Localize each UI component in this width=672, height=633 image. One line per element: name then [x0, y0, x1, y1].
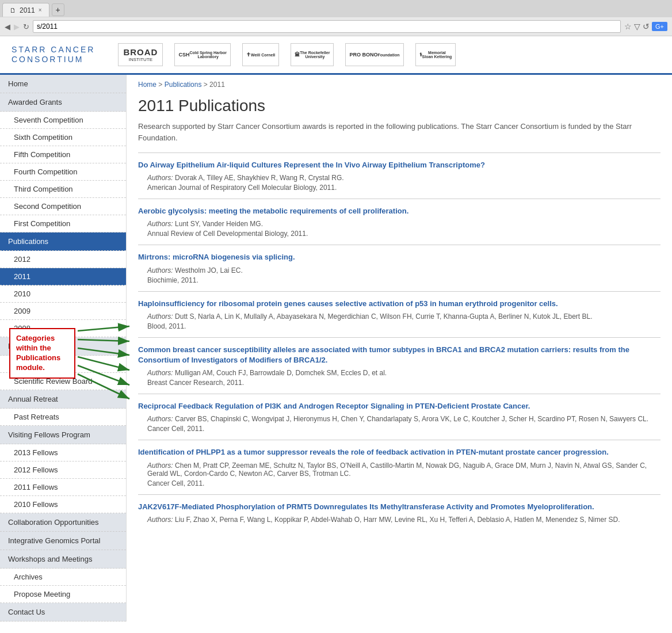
sidebar-item-pub-2012[interactable]: 2012: [0, 251, 126, 268]
pro-bono-logo: PRO BONOFoundation: [345, 43, 403, 66]
breadcrumb-current: 2011: [209, 81, 225, 89]
tab-close-button[interactable]: ×: [39, 7, 42, 13]
pub-title-5[interactable]: Reciprocal Feedback Regulation of PI3K a…: [138, 401, 660, 411]
publication-entry: Reciprocal Feedback Regulation of PI3K a…: [138, 394, 660, 440]
page-layout: Home Awarded Grants Seventh Competition …: [0, 75, 672, 621]
page-description: Research supported by Starr Cancer Conso…: [138, 121, 660, 143]
pub-title-2[interactable]: Mirtrons: microRNA biogenesis via splici…: [138, 252, 660, 262]
sidebar-item-workshops[interactable]: Workshops and Meetings: [0, 550, 126, 569]
back-button[interactable]: ◀: [5, 22, 10, 31]
publication-entry: JAK2V617F-Mediated Phosphorylation of PR…: [138, 494, 660, 532]
pub-authors-0: Authors: Dvorak A, Tilley AE, Shaykhiev …: [138, 174, 660, 182]
broad-logo: BROAD INSTITUTE: [118, 43, 163, 66]
page-title: 2011 Publications: [138, 97, 660, 115]
rockefeller-logo: 🏛The RockefellerUniversity: [291, 43, 334, 66]
breadcrumb-publications[interactable]: Publications: [165, 81, 202, 89]
pub-authors-6: Authors: Chen M, Pratt CP, Zeeman ME, Sc…: [138, 462, 660, 478]
sidebar-item-2010-fellows[interactable]: 2010 Fellows: [0, 496, 126, 513]
google-signin[interactable]: G+: [652, 22, 667, 31]
publication-entry: Identification of PHLPP1 as a tumor supp…: [138, 440, 660, 494]
tab-bar: 🗋 2011 × +: [0, 0, 672, 17]
pub-authors-5: Authors: Carver BS, Chapinski C, Wongvip…: [138, 415, 660, 423]
sidebar-item-publications[interactable]: Publications: [0, 232, 126, 251]
sidebar-item-fourth[interactable]: Fourth Competition: [0, 163, 126, 181]
sidebar-item-contact[interactable]: Contact Us: [0, 603, 126, 621]
tab-icon: 🗋: [10, 7, 16, 14]
pub-journal-2: Biochimie, 2011.: [138, 276, 660, 284]
csh-logo: CSHCold Spring HarborLaboratory: [174, 43, 231, 66]
pub-journal-0: American Journal of Respiratory Cell Mol…: [138, 184, 660, 192]
pub-journal-4: Breast Cancer Research, 2011.: [138, 379, 660, 387]
pub-title-0[interactable]: Do Airway Epithelium Air-liquid Cultures…: [138, 160, 660, 170]
star-icon[interactable]: ☆: [624, 22, 632, 31]
pub-title-3[interactable]: Haploinsufficiency for ribosomal protein…: [138, 299, 660, 309]
pub-authors-1: Authors: Lunt SY, Vander Heiden MG.: [138, 220, 660, 228]
pub-title-1[interactable]: Aerobic glycolysis: meeting the metaboli…: [138, 206, 660, 216]
sidebar-item-home[interactable]: Home: [0, 75, 126, 93]
sidebar-item-second[interactable]: Second Competition: [0, 198, 126, 215]
pub-title-4[interactable]: Common breast cancer susceptibility alle…: [138, 345, 660, 365]
sidebar-item-2012-fellows[interactable]: 2012 Fellows: [0, 462, 126, 479]
breadcrumb: Home > Publications > 2011: [138, 81, 660, 89]
pub-title-7[interactable]: JAK2V617F-Mediated Phosphorylation of PR…: [138, 502, 660, 512]
breadcrumb-home[interactable]: Home: [138, 81, 156, 89]
reload-icon[interactable]: ↺: [643, 22, 650, 31]
refresh-button[interactable]: ↻: [23, 22, 29, 31]
pub-journal-6: Cancer Cell, 2011.: [138, 479, 660, 487]
partner-logos: BROAD INSTITUTE CSHCold Spring HarborLab…: [118, 43, 456, 66]
logo-line1: STARR CANCER: [12, 45, 95, 55]
pub-journal-3: Blood, 2011.: [138, 322, 660, 330]
sidebar-item-2011-fellows[interactable]: 2011 Fellows: [0, 479, 126, 496]
sidebar-item-sixth[interactable]: Sixth Competition: [0, 129, 126, 146]
sidebar-item-2013-fellows[interactable]: 2013 Fellows: [0, 444, 126, 462]
site-header: STARR CANCER CONSORTIUM BROAD INSTITUTE …: [0, 36, 672, 75]
annotation-text: Categories within the Publications modul…: [16, 334, 60, 372]
sidebar-item-pub-2009[interactable]: 2009: [0, 303, 126, 320]
pub-authors-7: Authors: Liu F, Zhao X, Perna F, Wang L,…: [138, 516, 660, 524]
sidebar-item-seventh[interactable]: Seventh Competition: [0, 112, 126, 129]
address-icons: ☆ ▽ ↺ G+: [624, 22, 667, 31]
sidebar-item-propose-meeting[interactable]: Propose Meeting: [0, 586, 126, 603]
sidebar-item-pub-2011[interactable]: 2011: [0, 268, 126, 285]
publication-entry: Haploinsufficiency for ribosomal protein…: [138, 291, 660, 337]
bookmark-icon[interactable]: ▽: [634, 22, 640, 31]
sidebar-item-archives[interactable]: Archives: [0, 569, 126, 586]
site-logo: STARR CANCER CONSORTIUM: [12, 45, 95, 64]
sidebar-item-genomics[interactable]: Integrative Genomics Portal: [0, 532, 126, 550]
browser-chrome: 🗋 2011 × + ◀ ▶ ↻ ☆ ▽ ↺ G+: [0, 0, 672, 36]
main-content: Home > Publications > 2011 2011 Publicat…: [127, 75, 672, 621]
annotation-box: Categories within the Publications modul…: [9, 328, 75, 379]
sidebar-item-annual-retreat[interactable]: Annual Retreat: [0, 390, 126, 409]
logo-line2: CONSORTIUM: [12, 55, 95, 64]
sidebar-item-fifth[interactable]: Fifth Competition: [0, 146, 126, 163]
publication-entry: Aerobic glycolysis: meeting the metaboli…: [138, 199, 660, 245]
publication-entry: Common breast cancer susceptibility alle…: [138, 337, 660, 394]
tab-title: 2011: [20, 6, 35, 14]
sidebar-item-first[interactable]: First Competition: [0, 215, 126, 232]
pub-journal-1: Annual Review of Cell Developmental Biol…: [138, 230, 660, 238]
pub-authors-3: Authors: Dutt S, Narla A, Lin K, Mullall…: [138, 312, 660, 321]
browser-tab[interactable]: 🗋 2011 ×: [2, 3, 49, 17]
weill-cornell-logo: ✝Weill Cornell: [242, 43, 279, 66]
sidebar-item-collaboration[interactable]: Collaboration Opportunities: [0, 513, 126, 532]
publication-entry: Mirtrons: microRNA biogenesis via splici…: [138, 245, 660, 291]
publications-list: Do Airway Epithelium Air-liquid Cultures…: [138, 152, 660, 532]
publication-entry: Do Airway Epithelium Air-liquid Cultures…: [138, 152, 660, 199]
forward-button[interactable]: ▶: [14, 22, 20, 31]
address-bar: ◀ ▶ ↻ ☆ ▽ ↺ G+: [0, 17, 672, 36]
pub-authors-4: Authors: Mulligan AM, Couch FJ, Barrowda…: [138, 369, 660, 377]
sidebar-item-visiting-fellows[interactable]: Visiting Fellows Program: [0, 426, 126, 444]
sidebar-item-third[interactable]: Third Competition: [0, 181, 126, 198]
sidebar-item-awarded-grants[interactable]: Awarded Grants: [0, 93, 126, 112]
pub-journal-5: Cancer Cell, 2011.: [138, 425, 660, 433]
pub-authors-2: Authors: Westholm JO, Lai EC.: [138, 266, 660, 274]
msk-logo: ⚕MemorialSloan Kettering: [415, 43, 456, 66]
sidebar-item-pub-2010[interactable]: 2010: [0, 285, 126, 303]
pub-title-6[interactable]: Identification of PHLPP1 as a tumor supp…: [138, 447, 660, 457]
address-input[interactable]: [33, 20, 621, 33]
new-tab-button[interactable]: +: [52, 3, 64, 16]
sidebar-item-past-retreats[interactable]: Past Retreats: [0, 409, 126, 426]
